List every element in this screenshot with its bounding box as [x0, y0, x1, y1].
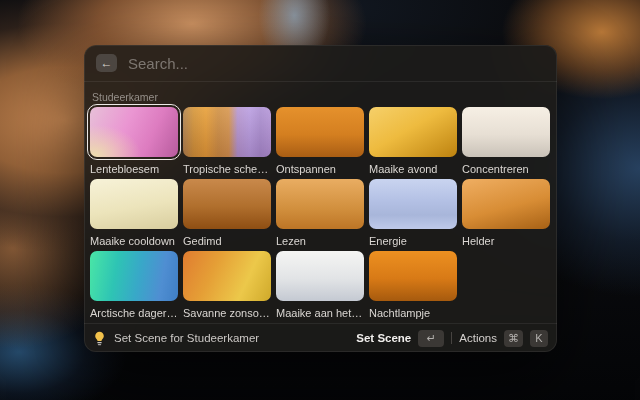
scene-label: Gedimd — [183, 235, 271, 247]
scene-label: Helder — [462, 235, 550, 247]
scene-label: Energie — [369, 235, 457, 247]
scene-section: Studeerkamer Lentebloesem Tropische sche… — [84, 82, 557, 323]
lightbulb-icon — [93, 331, 106, 346]
scene-thumbnail[interactable] — [369, 251, 457, 301]
scene-item[interactable]: Helder — [462, 179, 550, 251]
scene-label: Arctische dageraad — [90, 307, 178, 319]
scene-picker-window: ← Studeerkamer Lentebloesem Tropische sc… — [84, 45, 557, 352]
footer-vertical-divider — [451, 332, 452, 344]
scene-label: Ontspannen — [276, 163, 364, 175]
scene-label: Savanne zonsonderg… — [183, 307, 271, 319]
scene-item[interactable]: Lezen — [276, 179, 364, 251]
scene-thumbnail[interactable] — [183, 107, 271, 157]
scene-item[interactable]: Maaike cooldown — [90, 179, 178, 251]
scene-thumbnail[interactable] — [183, 179, 271, 229]
scene-thumbnail[interactable] — [276, 251, 364, 301]
section-title: Studeerkamer — [92, 91, 548, 103]
scene-item[interactable]: Maaike avond — [369, 107, 457, 179]
set-scene-button[interactable]: Set Scene — [356, 332, 411, 344]
scene-item[interactable]: Tropische schemering — [183, 107, 271, 179]
scene-item[interactable]: Lentebloesem — [90, 107, 178, 179]
scene-label: Maaike avond — [369, 163, 457, 175]
scene-thumbnail[interactable] — [90, 251, 178, 301]
scene-thumbnail[interactable] — [369, 107, 457, 157]
scene-item[interactable]: Arctische dageraad — [90, 251, 178, 323]
arrow-left-icon: ← — [101, 57, 113, 69]
footer-bar: Set Scene for Studeerkamer Set Scene ↵ A… — [84, 324, 557, 352]
scene-thumbnail[interactable] — [183, 251, 271, 301]
scene-thumbnail[interactable] — [90, 179, 178, 229]
scene-label: Maaike aan het werk — [276, 307, 364, 319]
k-keycap[interactable]: K — [530, 330, 548, 347]
scene-item[interactable]: Gedimd — [183, 179, 271, 251]
scene-thumbnail[interactable] — [276, 107, 364, 157]
scene-label: Tropische schemering — [183, 163, 271, 175]
scene-item[interactable]: Nachtlampje — [369, 251, 457, 323]
scene-grid: Lentebloesem Tropische schemering Ontspa… — [90, 107, 548, 323]
scene-thumbnail[interactable] — [462, 179, 550, 229]
scene-label: Concentreren — [462, 163, 550, 175]
search-bar: ← — [84, 45, 557, 81]
scene-thumbnail[interactable] — [276, 179, 364, 229]
scene-label: Maaike cooldown — [90, 235, 178, 247]
footer-actions: Set Scene ↵ Actions ⌘ K — [356, 330, 548, 347]
actions-button[interactable]: Actions — [459, 332, 497, 344]
scene-thumbnail[interactable] — [369, 179, 457, 229]
scene-item[interactable]: Savanne zonsonderg… — [183, 251, 271, 323]
back-button[interactable]: ← — [96, 54, 117, 72]
scene-thumbnail[interactable] — [462, 107, 550, 157]
scene-label: Nachtlampje — [369, 307, 457, 319]
search-input[interactable] — [128, 55, 545, 72]
scene-label: Lentebloesem — [90, 163, 178, 175]
scene-item[interactable]: Concentreren — [462, 107, 550, 179]
cmd-keycap[interactable]: ⌘ — [504, 330, 523, 347]
enter-keycap[interactable]: ↵ — [418, 330, 444, 347]
scene-item[interactable]: Ontspannen — [276, 107, 364, 179]
scene-item[interactable]: Energie — [369, 179, 457, 251]
scene-label: Lezen — [276, 235, 364, 247]
scene-thumbnail[interactable] — [90, 107, 178, 157]
footer-hint: Set Scene for Studeerkamer — [114, 332, 259, 344]
scene-item[interactable]: Maaike aan het werk — [276, 251, 364, 323]
